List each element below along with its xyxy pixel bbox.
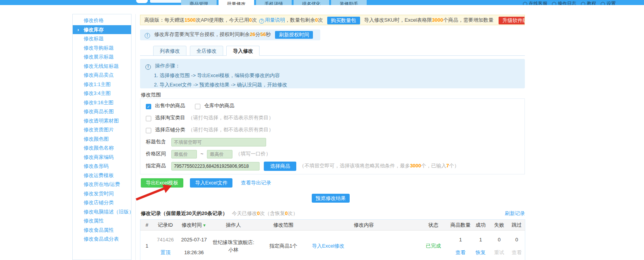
- sidebar-item-pc-description[interactable]: 修改电脑描述（旧版）: [73, 207, 131, 217]
- row-status: 已完成: [417, 231, 450, 260]
- import-excel-file-button[interactable]: 导入Excel文件: [190, 178, 232, 188]
- refresh-records-link[interactable]: 刷新记录: [505, 210, 525, 217]
- specified-items-label: 指定商品: [146, 163, 166, 169]
- record-id: 741426: [154, 236, 178, 243]
- sidebar-item-main-image-3-4[interactable]: 修改3:4主图: [73, 89, 131, 98]
- items-max-count: 3000: [410, 163, 421, 169]
- sidebar-item-food-ingredients[interactable]: 修改食品成分表: [73, 234, 131, 244]
- tab-list-modify[interactable]: 列表修改: [153, 46, 186, 56]
- buy-quota-pack-button[interactable]: 购买数量包: [327, 17, 360, 24]
- export-excel-template-button[interactable]: 导出Excel模板: [141, 178, 183, 188]
- menu-customer-service-label: 在线客服: [529, 0, 547, 5]
- menu-tutorial-label: 教程: [587, 0, 596, 5]
- top-tab-goods-manage[interactable]: 商品管理: [181, 0, 217, 5]
- sidebar-item-color-name[interactable]: 修改颜色名称: [73, 143, 131, 153]
- top-menu: 在线客服 操作日志 教程 设置: [523, 0, 616, 5]
- sidebar-item-guide-title[interactable]: 修改导购标题: [73, 43, 131, 53]
- col-fail: 失败: [490, 220, 509, 231]
- tab-import-modify[interactable]: 导入修改: [226, 46, 260, 56]
- col-content: 修改内容: [311, 220, 417, 231]
- sidebar-item-qualification-image[interactable]: 修改资质图片: [73, 125, 131, 134]
- sidebar-item-main-image-9-16[interactable]: 修改9:16主图: [73, 98, 131, 107]
- sidebar-item-barcode[interactable]: 修改条形码: [73, 162, 131, 171]
- col-quantity: 商品数量: [450, 220, 471, 231]
- sidebar-item-delivery-time[interactable]: 修改发货时间: [73, 189, 131, 198]
- preview-result-button[interactable]: 预览修改结果: [312, 194, 350, 203]
- tilde-separator: ~: [200, 151, 203, 157]
- actions-row: 导出Excel模板 导入Excel文件 查看导出记录: [141, 178, 271, 188]
- row-skip-cell: 0 查看: [509, 231, 525, 260]
- success-value: 1: [471, 236, 490, 243]
- pin-top-link[interactable]: 置顶: [154, 249, 178, 256]
- title-contains-input[interactable]: [171, 138, 266, 146]
- min-price-input[interactable]: [171, 150, 197, 158]
- col-success: 成功: [471, 220, 490, 231]
- sidebar-item-attributes[interactable]: 修改属性: [73, 216, 131, 226]
- sidebar-item-color-image[interactable]: 修改颜色图: [73, 134, 131, 144]
- sidebar-item-merchant-code[interactable]: 修改商家编码: [73, 153, 131, 162]
- refresh-auth-button[interactable]: 刷新授权时间: [275, 31, 313, 39]
- sidebar-item-transparent-material[interactable]: 修改透明素材图: [73, 116, 131, 126]
- view-export-log-link[interactable]: 查看导出记录: [241, 180, 271, 186]
- col-skip: 跳过: [509, 220, 525, 231]
- warehouse-label: 仓库中的商品: [204, 103, 234, 108]
- view-quantity-link[interactable]: 查看: [450, 249, 471, 256]
- quota-text: 高级版：每天赠送: [144, 17, 184, 23]
- col-scope: 修改范围: [256, 220, 311, 231]
- top-tab-batch-modify[interactable]: 批量修改: [219, 0, 254, 5]
- sidebar-item-display-title[interactable]: 修改展示标题: [73, 52, 131, 62]
- sidebar-item-food-attributes[interactable]: 修改食品属性: [73, 226, 131, 235]
- sidebar-item-shipping-template[interactable]: 修改运费模板: [73, 171, 131, 180]
- taobao-category-label: 选择淘宝类目: [155, 115, 185, 121]
- sidebar-item-long-image[interactable]: 修改商品长图: [73, 107, 131, 116]
- col-record-id: 记录ID: [154, 220, 178, 231]
- usage-help-link[interactable]: ?用量说明: [258, 17, 285, 23]
- sidebar-item-location-shipping[interactable]: 修改所在地/运费: [73, 180, 131, 189]
- warehouse-checkbox[interactable]: ✓: [195, 104, 200, 109]
- records-meta-text: 次）: [288, 210, 298, 216]
- menu-tutorial[interactable]: 教程: [581, 0, 596, 5]
- menu-customer-service[interactable]: 在线客服: [523, 0, 547, 5]
- shop-category-checkbox[interactable]: ✓: [146, 128, 151, 133]
- choose-items-button[interactable]: 选择商品: [264, 162, 296, 171]
- row-scope: 指定商品1个: [256, 231, 311, 260]
- tab-whole-shop-modify[interactable]: 全店修改: [190, 46, 223, 56]
- status-badge: 已完成: [426, 243, 441, 249]
- col-status: 状态: [417, 220, 450, 231]
- steps-title-row: ! 操作步骤：: [145, 62, 519, 70]
- scope-form: ✓ 出售中的商品 ✓ 仓库中的商品 ✓ 选择淘宝类目 （请打勾选择，都不选表示所…: [140, 98, 525, 174]
- import-excel-modify-link[interactable]: 导入Excel修改: [312, 243, 345, 249]
- upgrade-version-button[interactable]: 升级软件版本: [499, 17, 525, 24]
- menu-operation-log[interactable]: 操作日志: [552, 0, 576, 5]
- max-price-input[interactable]: [207, 150, 232, 158]
- menu-settings[interactable]: 设置: [601, 0, 616, 5]
- view-skip-link[interactable]: 查看: [509, 249, 525, 256]
- specified-items-hint: （不填留空即可，选择该项将忽略其他条件，最多3000个，已输入7个）: [299, 163, 459, 169]
- sidebar-item-stock-label: 修改库存: [84, 27, 104, 33]
- restore-link[interactable]: 恢复: [471, 249, 490, 256]
- info-icon: !: [145, 33, 150, 38]
- top-tab-decorate[interactable]: 装修助手: [331, 0, 367, 5]
- sidebar-item-shop-category[interactable]: 修改店铺分类: [73, 198, 131, 207]
- scope-row-price-range: 价格区间 ~ （填写一口价）: [146, 149, 519, 158]
- sidebar-item-wireless-short-title[interactable]: 修改无线短标题: [73, 62, 131, 71]
- quota-pack-count: 0: [315, 17, 318, 23]
- top-tab-rank-optimize[interactable]: 排名优化: [294, 0, 329, 5]
- specified-items-input[interactable]: [171, 162, 260, 170]
- sidebar-item-price[interactable]: 修改价格: [73, 16, 131, 25]
- sidebar-item-title[interactable]: 修改标题: [73, 34, 131, 43]
- col-modify-time[interactable]: 修改时间▼: [178, 220, 211, 231]
- record-time: 18:26:36: [178, 249, 211, 256]
- sidebar-item-stock[interactable]: › 修改库存: [73, 25, 131, 34]
- sort-desc-icon: ▼: [203, 223, 207, 227]
- customer-service-icon: [523, 2, 527, 5]
- taobao-category-checkbox[interactable]: ✓: [146, 116, 151, 121]
- sidebar-item-selling-point[interactable]: 修改商品卖点: [73, 71, 131, 80]
- top-tab-mobile-detail[interactable]: 手机详情: [256, 0, 292, 5]
- scope-section-title: 修改范围: [141, 91, 161, 98]
- retry-link[interactable]: 重试: [490, 249, 509, 256]
- tutorial-icon: [581, 2, 585, 5]
- sidebar-item-main-image-1-1[interactable]: 修改1:1主图: [73, 80, 131, 89]
- onsale-checkbox[interactable]: ✓: [146, 104, 151, 109]
- records-meta-text: 次（含恢复: [260, 210, 285, 216]
